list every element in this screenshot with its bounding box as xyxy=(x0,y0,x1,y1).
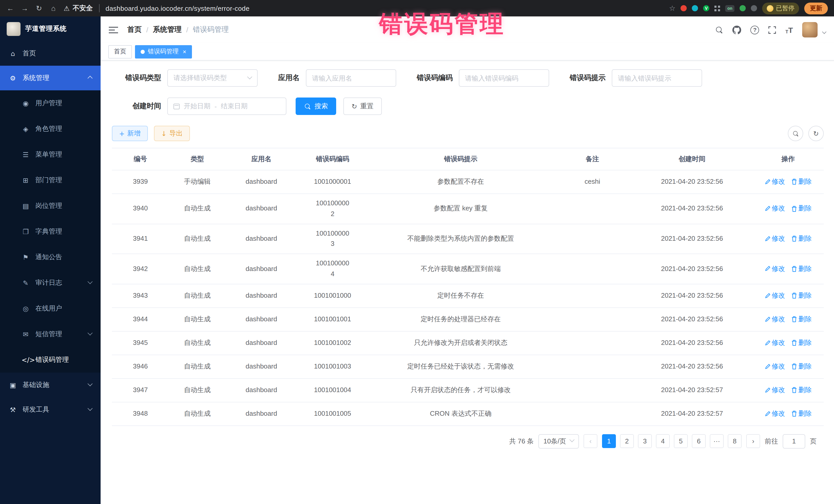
sidebar-item-user[interactable]: ◉用户管理 xyxy=(0,90,101,116)
edit-link[interactable]: 修改 xyxy=(765,290,785,301)
refresh-button[interactable]: ↻ xyxy=(808,126,824,141)
sidebar-item-menu[interactable]: ☰菜单管理 xyxy=(0,141,101,167)
search-icon[interactable] xyxy=(716,26,723,34)
edit-link[interactable]: 修改 xyxy=(765,361,785,372)
cell-id: 3946 xyxy=(112,357,169,376)
delete-link[interactable]: 删除 xyxy=(791,361,812,372)
page-button-2[interactable]: 2 xyxy=(620,435,634,448)
edit-link[interactable]: 修改 xyxy=(765,385,785,396)
sidebar-item-dept[interactable]: ⊞部门管理 xyxy=(0,167,101,193)
page-button-8[interactable]: 8 xyxy=(728,435,742,448)
github-icon[interactable] xyxy=(733,25,741,34)
extension-puzzle-icon[interactable] xyxy=(751,5,757,11)
tab-error-code[interactable]: 错误码管理 × xyxy=(135,45,192,58)
prev-page-button[interactable]: ‹ xyxy=(584,435,597,448)
bookmark-star-icon[interactable]: ☆ xyxy=(669,4,675,12)
edit-link[interactable]: 修改 xyxy=(765,234,785,244)
filter-row-2: 创建时间 开始日期 - 结束日期 搜索 ↻ 重置 xyxy=(112,97,824,115)
sidebar-item-devtools[interactable]: ⚒研发工具 xyxy=(0,397,101,422)
next-page-button[interactable]: › xyxy=(746,435,760,448)
sidebar-item-system[interactable]: ⚙系统管理 xyxy=(0,66,101,90)
error-code-input[interactable] xyxy=(459,69,549,87)
page-button-3[interactable]: 3 xyxy=(638,435,652,448)
toggle-search-button[interactable] xyxy=(788,126,803,141)
app-name-input[interactable] xyxy=(306,69,396,87)
page-ellipsis[interactable]: ··· xyxy=(710,435,724,448)
page-size-select[interactable]: 10条/页 xyxy=(539,434,579,448)
breadcrumb-home[interactable]: 首页 xyxy=(127,25,142,35)
extension-grid-icon[interactable] xyxy=(715,5,720,11)
sidebar-item-online-user[interactable]: ◎在线用户 xyxy=(0,295,101,321)
page-button-6[interactable]: 6 xyxy=(692,435,706,448)
edit-link[interactable]: 修改 xyxy=(765,203,785,214)
sidebar-item-label: 审计日志 xyxy=(36,278,62,287)
error-message-input[interactable] xyxy=(612,69,702,87)
sidebar-item-label: 岗位管理 xyxy=(36,201,62,211)
devtools-icon: ⚒ xyxy=(9,406,17,413)
user-avatar[interactable] xyxy=(802,22,817,38)
edit-icon xyxy=(765,388,770,393)
edit-link[interactable]: 修改 xyxy=(765,338,785,349)
table-header: 编号 类型 应用名 错误码编码 错误码提示 备注 创建时间 操作 xyxy=(112,148,824,170)
delete-link[interactable]: 删除 xyxy=(791,338,812,349)
security-indicator[interactable]: ⚠ 不安全 xyxy=(64,4,93,13)
sidebar-item-error-code[interactable]: </>错误码管理 xyxy=(0,347,101,373)
delete-link[interactable]: 删除 xyxy=(791,203,812,214)
edit-link[interactable]: 修改 xyxy=(765,177,785,187)
address-bar[interactable]: dashboard.yudao.iocoder.cn/system/error-… xyxy=(106,4,663,12)
forward-icon[interactable]: → xyxy=(21,4,29,12)
back-icon[interactable]: ← xyxy=(6,4,14,12)
sidebar-item-audit-log[interactable]: ✎审计日志 xyxy=(0,270,101,295)
sidebar-item-notice[interactable]: ⚑通知公告 xyxy=(0,244,101,270)
page-button-4[interactable]: 4 xyxy=(656,435,670,448)
app-logo[interactable]: 芋道管理系统 xyxy=(0,17,101,41)
refresh-icon: ↻ xyxy=(352,103,357,110)
page-button-1[interactable]: 1 xyxy=(602,435,616,448)
sidebar-item-sms[interactable]: ✉短信管理 xyxy=(0,321,101,347)
browser-update-button[interactable]: 更新 xyxy=(804,2,828,14)
extension-teal-icon[interactable] xyxy=(692,5,698,11)
extension-red-icon[interactable] xyxy=(681,5,687,11)
add-button[interactable]: + 新增 xyxy=(112,126,148,141)
filter-row-1: 错误码类型 请选择错误码类型 应用名 错误码编码 xyxy=(112,69,824,87)
reset-button[interactable]: ↻ 重置 xyxy=(343,97,382,115)
delete-link[interactable]: 删除 xyxy=(791,264,812,274)
delete-link[interactable]: 删除 xyxy=(791,409,812,419)
breadcrumb-system[interactable]: 系统管理 xyxy=(153,25,182,35)
edit-link[interactable]: 修改 xyxy=(765,409,785,419)
cell-id: 3948 xyxy=(112,404,169,423)
close-icon[interactable]: × xyxy=(183,48,186,54)
home-icon[interactable]: ⌂ xyxy=(49,4,58,12)
extension-on-badge[interactable]: on xyxy=(725,5,734,12)
delete-link[interactable]: 删除 xyxy=(791,290,812,301)
help-icon[interactable]: ? xyxy=(751,25,759,34)
page-button-5[interactable]: 5 xyxy=(674,435,688,448)
sidebar-item-post[interactable]: ▤岗位管理 xyxy=(0,193,101,219)
delete-link[interactable]: 删除 xyxy=(791,385,812,396)
edit-link[interactable]: 修改 xyxy=(765,314,785,325)
delete-link[interactable]: 删除 xyxy=(791,314,812,325)
font-size-icon[interactable]: TT xyxy=(786,25,793,34)
sidebar-item-infra[interactable]: ▣基础设施 xyxy=(0,373,101,397)
extension-leaf-icon[interactable] xyxy=(740,5,746,11)
sidebar-item-dict[interactable]: ❐字典管理 xyxy=(0,219,101,244)
export-button[interactable]: ↓ 导出 xyxy=(154,126,190,141)
profile-paused-badge[interactable]: 已暂停 xyxy=(762,2,799,14)
table-row: 3943自动生成dashboard1001001000定时任务不存在2021-0… xyxy=(112,284,824,308)
extension-green-v-icon[interactable]: V xyxy=(703,5,709,11)
sidebar-item-home[interactable]: ⌂首页 xyxy=(0,41,101,66)
goto-page-input[interactable] xyxy=(783,434,805,448)
delete-link[interactable]: 删除 xyxy=(791,177,812,187)
error-type-select[interactable]: 请选择错误码类型 xyxy=(167,69,258,87)
table-row: 3942自动生成dashboard100100000 4不允许获取敏感配置到前端… xyxy=(112,254,824,284)
delete-link[interactable]: 删除 xyxy=(791,234,812,244)
search-button[interactable]: 搜索 xyxy=(295,97,336,115)
sidebar-item-role[interactable]: ◈角色管理 xyxy=(0,116,101,141)
fullscreen-icon[interactable] xyxy=(769,26,776,34)
date-range-picker[interactable]: 开始日期 - 结束日期 xyxy=(167,97,286,115)
tab-home[interactable]: 首页 xyxy=(108,45,132,58)
chevron-down-icon[interactable] xyxy=(822,30,827,34)
edit-link[interactable]: 修改 xyxy=(765,264,785,274)
hamburger-icon[interactable] xyxy=(109,26,118,34)
reload-icon[interactable]: ↻ xyxy=(35,4,43,12)
